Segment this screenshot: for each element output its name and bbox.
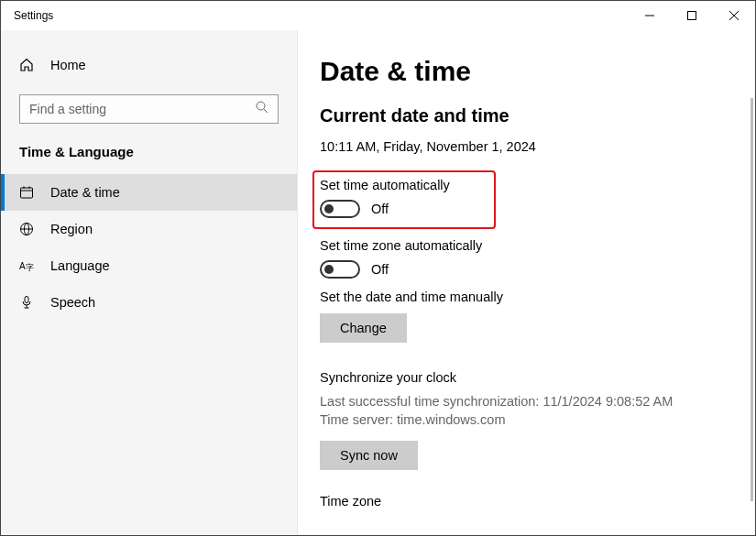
svg-text:A: A xyxy=(19,261,26,271)
svg-point-4 xyxy=(257,102,265,110)
section-current-heading: Current date and time xyxy=(320,105,733,126)
change-button[interactable]: Change xyxy=(320,313,407,343)
nav-item-label: Date & time xyxy=(50,185,120,200)
globe-icon xyxy=(19,222,34,236)
auto-time-state: Off xyxy=(371,202,389,216)
close-button[interactable] xyxy=(713,1,755,30)
annotation-highlight: Set time automatically Off xyxy=(312,170,496,229)
nav-item-region[interactable]: Region xyxy=(1,211,297,247)
home-icon xyxy=(19,58,34,72)
language-icon: A字 xyxy=(19,258,34,273)
svg-rect-1 xyxy=(688,12,696,20)
manual-set-label: Set the date and time manually xyxy=(320,290,733,304)
home-nav[interactable]: Home xyxy=(1,49,297,82)
nav-item-label: Speech xyxy=(50,295,95,310)
search-box[interactable] xyxy=(19,94,279,124)
microphone-icon xyxy=(19,295,34,310)
content-pane: Date & time Current date and time 10:11 … xyxy=(298,30,755,536)
nav-item-speech[interactable]: Speech xyxy=(1,284,297,321)
nav-item-date-time[interactable]: Date & time xyxy=(1,174,297,211)
sync-last-line: Last successful time synchronization: 11… xyxy=(320,392,733,410)
svg-text:字: 字 xyxy=(26,263,34,272)
sync-server-line: Time server: time.windows.com xyxy=(320,410,733,429)
sync-now-button[interactable]: Sync now xyxy=(320,441,418,470)
auto-timezone-label: Set time zone automatically xyxy=(320,238,733,253)
search-input[interactable] xyxy=(29,102,256,116)
search-icon xyxy=(256,101,268,117)
minimize-button[interactable] xyxy=(629,1,671,30)
nav-item-label: Language xyxy=(50,258,110,273)
svg-rect-6 xyxy=(21,188,33,198)
category-label: Time & Language xyxy=(1,144,297,174)
window-title: Settings xyxy=(14,9,53,22)
page-title: Date & time xyxy=(320,56,733,87)
titlebar-controls xyxy=(629,1,755,30)
timezone-heading: Time zone xyxy=(320,494,733,509)
auto-time-label: Set time automatically xyxy=(320,178,485,192)
svg-line-5 xyxy=(264,109,268,113)
sync-heading: Synchronize your clock xyxy=(320,370,733,385)
auto-timezone-state: Off xyxy=(371,262,389,277)
date-time-icon xyxy=(19,185,34,200)
current-datetime: 10:11 AM, Friday, November 1, 2024 xyxy=(320,139,733,154)
maximize-button[interactable] xyxy=(671,1,713,30)
sidebar: Home Time & Language Date & time Region … xyxy=(1,30,298,536)
nav-item-label: Region xyxy=(50,222,93,236)
home-label: Home xyxy=(50,58,86,72)
nav-item-language[interactable]: A字 Language xyxy=(1,247,297,284)
scrollbar[interactable] xyxy=(751,98,753,501)
titlebar: Settings xyxy=(1,1,755,30)
svg-rect-15 xyxy=(25,297,28,303)
auto-time-toggle[interactable] xyxy=(320,200,360,218)
auto-timezone-toggle[interactable] xyxy=(320,260,360,279)
